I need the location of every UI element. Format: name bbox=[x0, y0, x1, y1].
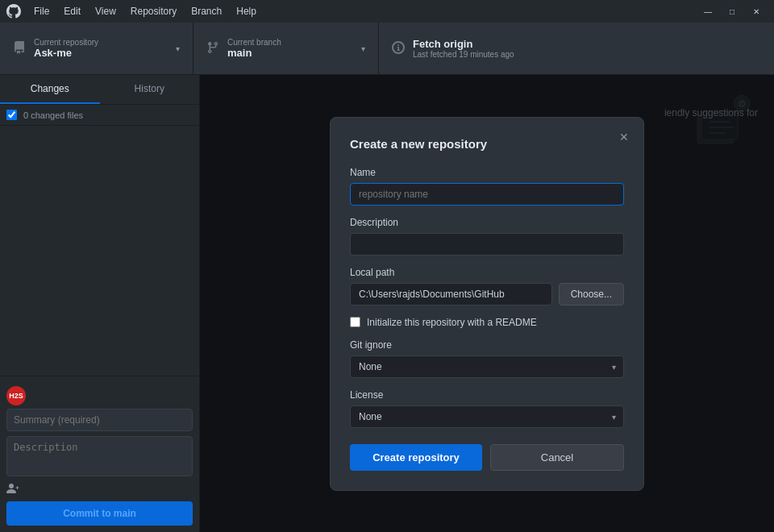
commit-btn-text: Commit to bbox=[63, 508, 110, 519]
main-area: Changes History 0 changed files H2S Comm… bbox=[0, 75, 774, 532]
branch-content: Current branch main bbox=[227, 38, 281, 59]
repo-value: Ask-me bbox=[34, 47, 98, 59]
titlebar: File Edit View Repository Branch Help — … bbox=[0, 0, 774, 23]
branch-icon bbox=[206, 41, 219, 56]
gitignore-label: Git ignore bbox=[350, 339, 624, 351]
repo-icon bbox=[13, 41, 26, 56]
add-person-icon bbox=[6, 482, 19, 495]
fetch-sublabel: Last fetched 19 minutes ago bbox=[413, 50, 514, 59]
menu-edit[interactable]: Edit bbox=[57, 4, 87, 19]
description-input[interactable] bbox=[350, 233, 624, 256]
readme-checkbox-row: Initialize this repository with a README bbox=[350, 317, 624, 328]
sidebar-bottom: H2S Commit to main bbox=[0, 376, 199, 532]
window-controls: — □ ✕ bbox=[697, 3, 768, 19]
local-path-field-group: Local path Choose... bbox=[350, 267, 624, 305]
license-label: License bbox=[350, 389, 624, 401]
commit-branch: main bbox=[114, 508, 136, 519]
fetch-content: Fetch origin Last fetched 19 minutes ago bbox=[413, 38, 514, 59]
menu-file[interactable]: File bbox=[27, 4, 56, 19]
select-all-checkbox[interactable] bbox=[6, 110, 17, 120]
maximize-button[interactable]: □ bbox=[721, 3, 743, 19]
name-field-group: Name bbox=[350, 167, 624, 206]
branch-value: main bbox=[227, 47, 281, 59]
name-input[interactable] bbox=[350, 183, 624, 206]
author-row: H2S bbox=[6, 383, 193, 409]
name-label: Name bbox=[350, 167, 624, 178]
sidebar-tabs: Changes History bbox=[0, 75, 199, 105]
commit-button[interactable]: Commit to main bbox=[6, 501, 193, 526]
gitignore-select[interactable]: None bbox=[350, 355, 624, 378]
menu-help[interactable]: Help bbox=[230, 4, 263, 19]
local-path-input[interactable] bbox=[350, 283, 552, 305]
modal-close-button[interactable]: ✕ bbox=[614, 127, 634, 147]
repo-section[interactable]: Current repository Ask-me ▾ bbox=[0, 23, 194, 74]
branch-chevron-icon: ▾ bbox=[361, 44, 365, 53]
menu-repository[interactable]: Repository bbox=[124, 4, 183, 19]
branch-section[interactable]: Current branch main ▾ bbox=[194, 23, 379, 74]
local-path-row: Choose... bbox=[350, 283, 624, 305]
create-repo-modal: Create a new repository ✕ Name Descripti… bbox=[330, 117, 644, 491]
readme-checkbox-label: Initialize this repository with a README bbox=[367, 317, 537, 328]
minimize-button[interactable]: — bbox=[697, 3, 719, 19]
license-select[interactable]: None bbox=[350, 405, 624, 428]
gitignore-select-wrapper: None ▾ bbox=[350, 355, 624, 378]
branch-label: Current branch bbox=[227, 38, 281, 47]
tab-history[interactable]: History bbox=[100, 75, 200, 104]
gitignore-field-group: Git ignore None ▾ bbox=[350, 339, 624, 378]
create-repository-button[interactable]: Create repository bbox=[350, 444, 482, 471]
titlebar-menu: File Edit View Repository Branch Help bbox=[27, 4, 263, 19]
close-button[interactable]: ✕ bbox=[745, 3, 768, 19]
description-field-group: Description bbox=[350, 217, 624, 256]
fetch-icon bbox=[392, 41, 405, 56]
github-logo-icon bbox=[6, 4, 21, 19]
modal-footer: Create repository Cancel bbox=[350, 444, 624, 471]
avatar: H2S bbox=[6, 386, 26, 405]
content-area: ⚙ iendly suggestions for Open in Visual … bbox=[200, 75, 774, 532]
fetch-label: Fetch origin bbox=[413, 38, 514, 50]
fetch-section[interactable]: Fetch origin Last fetched 19 minutes ago bbox=[379, 23, 572, 74]
sidebar-file-list bbox=[0, 126, 199, 376]
changed-files-bar: 0 changed files bbox=[0, 105, 199, 126]
titlebar-left: File Edit View Repository Branch Help bbox=[6, 4, 263, 19]
local-path-label: Local path bbox=[350, 267, 624, 278]
topbar: Current repository Ask-me ▾ Current bran… bbox=[0, 23, 774, 75]
repo-chevron-icon: ▾ bbox=[176, 44, 180, 53]
modal-title: Create a new repository bbox=[350, 137, 624, 151]
license-select-wrapper: None ▾ bbox=[350, 405, 624, 428]
readme-checkbox[interactable] bbox=[350, 317, 360, 327]
tab-changes[interactable]: Changes bbox=[0, 75, 100, 104]
changed-files-count: 0 changed files bbox=[23, 110, 83, 120]
repo-content: Current repository Ask-me bbox=[34, 38, 98, 59]
repo-label: Current repository bbox=[34, 38, 98, 47]
description-label: Description bbox=[350, 217, 624, 228]
cancel-button[interactable]: Cancel bbox=[490, 444, 624, 471]
menu-view[interactable]: View bbox=[89, 4, 123, 19]
add-coauthor-row bbox=[6, 479, 193, 498]
menu-branch[interactable]: Branch bbox=[185, 4, 228, 19]
sidebar: Changes History 0 changed files H2S Comm… bbox=[0, 75, 200, 532]
description-input[interactable] bbox=[6, 436, 193, 476]
choose-button[interactable]: Choose... bbox=[559, 283, 624, 305]
license-field-group: License None ▾ bbox=[350, 389, 624, 428]
modal-overlay: Create a new repository ✕ Name Descripti… bbox=[200, 75, 774, 532]
summary-input[interactable] bbox=[6, 409, 193, 431]
